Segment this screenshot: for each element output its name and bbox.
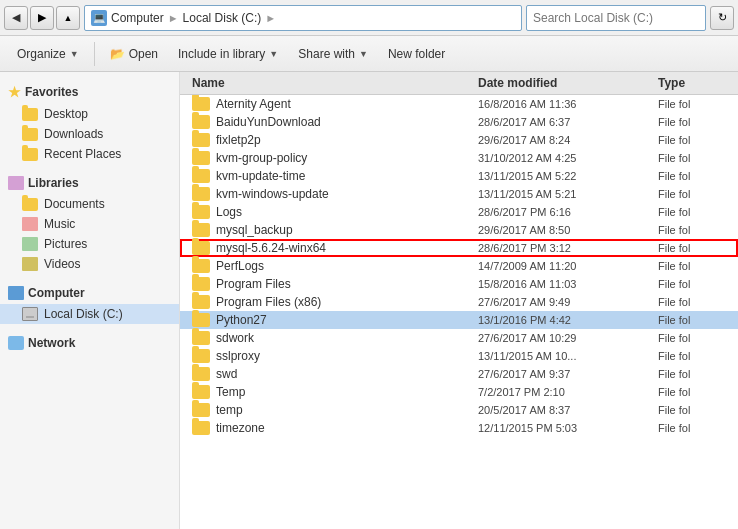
table-row[interactable]: PerfLogs14/7/2009 AM 11:20File fol xyxy=(180,257,738,275)
column-date-modified[interactable]: Date modified xyxy=(478,76,658,90)
favorites-section: ★ Favorites Desktop Downloads Recent Pla… xyxy=(0,80,179,164)
table-row[interactable]: kvm-windows-update13/11/2015 AM 5:21File… xyxy=(180,185,738,203)
file-name-cell: Program Files xyxy=(180,277,478,291)
search-input[interactable] xyxy=(526,5,706,31)
file-date-cell: 27/6/2017 AM 9:49 xyxy=(478,296,658,308)
main-layout: ★ Favorites Desktop Downloads Recent Pla… xyxy=(0,72,738,529)
open-button[interactable]: 📂 Open xyxy=(101,43,167,65)
file-name-label: mysql_backup xyxy=(216,223,293,237)
file-name-label: Python27 xyxy=(216,313,267,327)
folder-icon xyxy=(192,223,210,237)
file-date-cell: 13/11/2015 AM 5:21 xyxy=(478,188,658,200)
file-type-cell: File fol xyxy=(658,152,738,164)
pictures-icon xyxy=(22,237,38,251)
content-area: Name Date modified Type Aternity Agent16… xyxy=(180,72,738,529)
file-type-cell: File fol xyxy=(658,422,738,434)
file-date-cell: 15/8/2016 AM 11:03 xyxy=(478,278,658,290)
file-date-cell: 16/8/2016 AM 11:36 xyxy=(478,98,658,110)
videos-icon xyxy=(22,257,38,271)
table-row[interactable]: swd27/6/2017 AM 9:37File fol xyxy=(180,365,738,383)
local-disk-icon xyxy=(22,307,38,321)
table-row[interactable]: fixletp2p29/6/2017 AM 8:24File fol xyxy=(180,131,738,149)
table-row[interactable]: sslproxy13/11/2015 AM 10...File fol xyxy=(180,347,738,365)
table-row[interactable]: BaiduYunDownload28/6/2017 AM 6:37File fo… xyxy=(180,113,738,131)
folder-icon xyxy=(192,187,210,201)
file-name-label: Logs xyxy=(216,205,242,219)
file-name-cell: BaiduYunDownload xyxy=(180,115,478,129)
computer-breadcrumb-icon: 💻 xyxy=(91,10,107,26)
table-row[interactable]: Logs28/6/2017 PM 6:16File fol xyxy=(180,203,738,221)
file-name-cell: Aternity Agent xyxy=(180,97,478,111)
breadcrumb-computer[interactable]: Computer xyxy=(111,11,164,25)
file-type-cell: File fol xyxy=(658,206,738,218)
file-name-cell: Program Files (x86) xyxy=(180,295,478,309)
new-folder-button[interactable]: New folder xyxy=(379,43,454,65)
file-date-cell: 28/6/2017 PM 3:12 xyxy=(478,242,658,254)
file-name-label: sslproxy xyxy=(216,349,260,363)
breadcrumb-localdisk[interactable]: Local Disk (C:) xyxy=(183,11,262,25)
sidebar: ★ Favorites Desktop Downloads Recent Pla… xyxy=(0,72,180,529)
documents-folder-icon xyxy=(22,198,38,211)
sidebar-item-downloads[interactable]: Downloads xyxy=(0,124,179,144)
file-name-label: kvm-group-policy xyxy=(216,151,307,165)
address-bar: ◀ ▶ ▲ 💻 Computer ► Local Disk (C:) ► ↻ xyxy=(0,0,738,36)
file-name-cell: PerfLogs xyxy=(180,259,478,273)
sidebar-item-documents[interactable]: Documents xyxy=(0,194,179,214)
column-name[interactable]: Name xyxy=(180,76,478,90)
file-date-cell: 13/1/2016 PM 4:42 xyxy=(478,314,658,326)
table-row[interactable]: Program Files (x86)27/6/2017 AM 9:49File… xyxy=(180,293,738,311)
folder-icon xyxy=(192,313,210,327)
sidebar-item-music[interactable]: Music xyxy=(0,214,179,234)
network-icon xyxy=(8,336,24,350)
table-row[interactable]: temp20/5/2017 AM 8:37File fol xyxy=(180,401,738,419)
file-date-cell: 29/6/2017 AM 8:24 xyxy=(478,134,658,146)
file-date-cell: 27/6/2017 AM 10:29 xyxy=(478,332,658,344)
file-name-label: mysql-5.6.24-winx64 xyxy=(216,241,326,255)
back-button[interactable]: ◀ xyxy=(4,6,28,30)
include-in-library-button[interactable]: Include in library ▼ xyxy=(169,43,287,65)
file-name-label: Program Files xyxy=(216,277,291,291)
file-name-label: temp xyxy=(216,403,243,417)
table-row[interactable]: Temp7/2/2017 PM 2:10File fol xyxy=(180,383,738,401)
network-section: Network xyxy=(0,332,179,354)
sidebar-item-videos[interactable]: Videos xyxy=(0,254,179,274)
file-name-label: timezone xyxy=(216,421,265,435)
table-row[interactable]: mysql-5.6.24-winx6428/6/2017 PM 3:12File… xyxy=(180,239,738,257)
up-button[interactable]: ▲ xyxy=(56,6,80,30)
forward-button[interactable]: ▶ xyxy=(30,6,54,30)
table-row[interactable]: kvm-update-time13/11/2015 AM 5:22File fo… xyxy=(180,167,738,185)
file-name-label: Temp xyxy=(216,385,245,399)
table-row[interactable]: sdwork27/6/2017 AM 10:29File fol xyxy=(180,329,738,347)
table-row[interactable]: Program Files15/8/2016 AM 11:03File fol xyxy=(180,275,738,293)
sidebar-item-recent-places[interactable]: Recent Places xyxy=(0,144,179,164)
organize-button[interactable]: Organize ▼ xyxy=(8,43,88,65)
file-date-cell: 14/7/2009 AM 11:20 xyxy=(478,260,658,272)
table-row[interactable]: timezone12/11/2015 PM 5:03File fol xyxy=(180,419,738,437)
table-row[interactable]: mysql_backup29/6/2017 AM 8:50File fol xyxy=(180,221,738,239)
file-type-cell: File fol xyxy=(658,350,738,362)
file-type-cell: File fol xyxy=(658,242,738,254)
sidebar-item-local-disk[interactable]: Local Disk (C:) xyxy=(0,304,179,324)
share-with-button[interactable]: Share with ▼ xyxy=(289,43,377,65)
sidebar-item-pictures[interactable]: Pictures xyxy=(0,234,179,254)
folder-icon xyxy=(192,349,210,363)
file-name-cell: kvm-windows-update xyxy=(180,187,478,201)
folder-icon xyxy=(192,331,210,345)
organize-arrow-icon: ▼ xyxy=(70,49,79,59)
table-row[interactable]: kvm-group-policy31/10/2012 AM 4:25File f… xyxy=(180,149,738,167)
table-row[interactable]: Aternity Agent16/8/2016 AM 11:36File fol xyxy=(180,95,738,113)
file-list: Aternity Agent16/8/2016 AM 11:36File fol… xyxy=(180,95,738,529)
refresh-button[interactable]: ↻ xyxy=(710,6,734,30)
open-folder-icon: 📂 xyxy=(110,47,125,61)
column-type[interactable]: Type xyxy=(658,76,738,90)
music-icon xyxy=(22,217,38,231)
downloads-folder-icon xyxy=(22,128,38,141)
table-row[interactable]: Python2713/1/2016 PM 4:42File fol xyxy=(180,311,738,329)
folder-icon xyxy=(192,115,210,129)
sidebar-item-desktop[interactable]: Desktop xyxy=(0,104,179,124)
folder-icon xyxy=(192,97,210,111)
folder-icon xyxy=(192,241,210,255)
file-type-cell: File fol xyxy=(658,296,738,308)
file-type-cell: File fol xyxy=(658,404,738,416)
folder-icon xyxy=(192,403,210,417)
